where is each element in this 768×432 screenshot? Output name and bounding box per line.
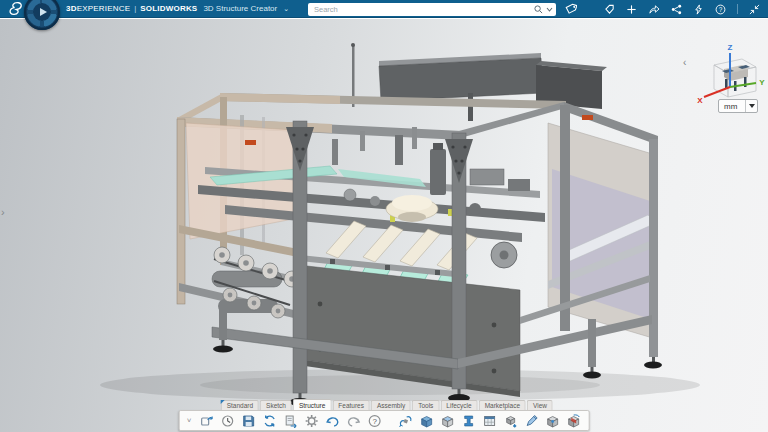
- tab-view[interactable]: View: [527, 400, 553, 411]
- bookmark-tag-icon[interactable]: [604, 4, 615, 15]
- tab-marker: [221, 400, 225, 404]
- toolbar-help-icon[interactable]: ?: [367, 413, 382, 428]
- app-chevron-down-icon[interactable]: ⌄: [283, 5, 289, 13]
- 3ds-logo[interactable]: [6, 1, 24, 17]
- units-value: mm: [719, 102, 745, 111]
- brand-area: 3DEXPERIENCE | SOLIDWORKS 3D Structure C…: [66, 4, 289, 13]
- route-3d-icon[interactable]: [398, 413, 413, 428]
- primitive-box-icon[interactable]: [419, 413, 434, 428]
- 3d-viewport[interactable]: › ‹: [0, 19, 768, 432]
- tab-sketch[interactable]: Sketch: [260, 400, 292, 411]
- save-icon[interactable]: [241, 413, 256, 428]
- tab-marketplace[interactable]: Marketplace: [479, 400, 526, 411]
- action-bar-tabs: Standard Sketch Structure Features Assem…: [221, 399, 590, 411]
- undo-icon[interactable]: [325, 413, 340, 428]
- share-icon[interactable]: [199, 413, 214, 428]
- brand-text: 3DEXPERIENCE: [66, 4, 130, 13]
- action-bar: Standard Sketch Structure Features Assem…: [179, 399, 590, 432]
- tag-filter-icon[interactable]: [565, 3, 577, 15]
- left-panel-expander-icon[interactable]: ›: [1, 207, 5, 218]
- chamfer-pencil-icon[interactable]: [524, 413, 539, 428]
- axis-y-label: Y: [759, 78, 765, 87]
- tab-tools[interactable]: Tools: [412, 400, 439, 411]
- svg-text:?: ?: [719, 5, 723, 12]
- search-input[interactable]: [314, 5, 531, 14]
- settings-gear-icon[interactable]: [304, 413, 319, 428]
- tab-assembly[interactable]: Assembly: [371, 400, 411, 411]
- structure-beam-icon[interactable]: [461, 413, 476, 428]
- search-area: [308, 3, 577, 16]
- collaboration-icon[interactable]: [671, 4, 682, 15]
- units-dropdown[interactable]: mm: [718, 99, 758, 113]
- application-window: 3DEXPERIENCE | SOLIDWORKS 3D Structure C…: [0, 0, 768, 432]
- tab-features[interactable]: Features: [332, 400, 370, 411]
- search-icon[interactable]: [534, 5, 543, 14]
- brand-divider: |: [134, 4, 136, 13]
- whats-new-icon[interactable]: [693, 4, 704, 15]
- grid-panel-icon[interactable]: [482, 413, 497, 428]
- cube-icon[interactable]: [545, 413, 560, 428]
- section-cube-icon[interactable]: [566, 413, 581, 428]
- redo-icon[interactable]: [346, 413, 361, 428]
- share-arrow-icon[interactable]: [648, 4, 660, 15]
- cad-model-machine[interactable]: [0, 19, 768, 432]
- tab-standard[interactable]: Standard: [221, 400, 259, 411]
- play-icon: [40, 8, 47, 16]
- search-box[interactable]: [308, 3, 556, 16]
- units-dropdown-arrow[interactable]: [745, 100, 757, 112]
- publish-part-icon[interactable]: [503, 413, 518, 428]
- history-icon[interactable]: [220, 413, 235, 428]
- toolbar-collapse-icon[interactable]: ˅: [187, 416, 192, 425]
- compass-hub: [33, 3, 51, 21]
- triad-collapse-icon[interactable]: ‹: [683, 57, 686, 68]
- minimize-panel-icon[interactable]: [749, 4, 760, 15]
- search-chevron-down-icon[interactable]: [546, 7, 553, 12]
- svg-text:?: ?: [373, 416, 378, 425]
- help-icon[interactable]: ?: [715, 4, 726, 15]
- update-sync-icon[interactable]: [262, 413, 277, 428]
- app-title[interactable]: 3D Structure Creator: [203, 4, 277, 13]
- topbar-divider: [737, 4, 738, 14]
- action-bar-icons: ˅: [179, 410, 590, 431]
- axis-x-label: X: [697, 96, 703, 105]
- extrude-face-icon[interactable]: [440, 413, 455, 428]
- tab-structure[interactable]: Structure: [293, 399, 331, 411]
- brand-solidworks: SOLIDWORKS: [140, 4, 197, 13]
- add-icon[interactable]: [626, 4, 637, 15]
- axis-z-label: Z: [728, 43, 733, 52]
- topbar-action-icons: ?: [604, 0, 760, 18]
- top-bar: 3DEXPERIENCE | SOLIDWORKS 3D Structure C…: [0, 0, 768, 18]
- export-doc-icon[interactable]: [283, 413, 298, 428]
- tab-lifecycle[interactable]: Lifecycle: [440, 400, 477, 411]
